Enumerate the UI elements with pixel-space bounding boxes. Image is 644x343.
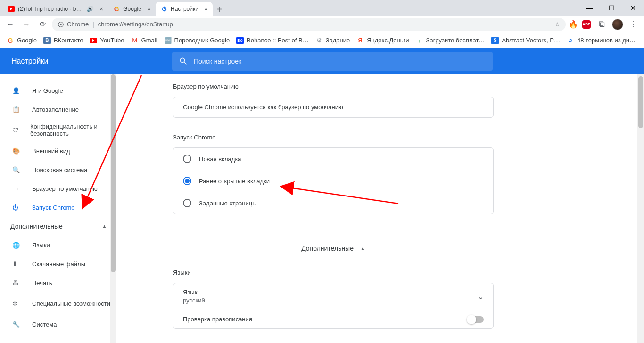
- omnibox-separator: |: [92, 21, 94, 28]
- browser-toolbar: ← → ⟳ Chrome | chrome://settings/onStart…: [0, 16, 644, 33]
- chevron-up-icon: ▲: [360, 245, 365, 251]
- site-icon: a: [567, 37, 574, 44]
- startup-option-specific-pages[interactable]: Заданные страницы: [173, 192, 493, 214]
- bookmark-item[interactable]: BēBehance :: Best of B…: [236, 37, 309, 44]
- sidebar-item-you-and-google[interactable]: 👤Я и Google: [0, 81, 116, 100]
- settings-search[interactable]: [172, 52, 493, 71]
- chevron-up-icon: ▲: [102, 223, 107, 229]
- bookmark-item[interactable]: a48 терминов из ди…: [567, 37, 636, 44]
- accessibility-icon: ✲: [12, 300, 22, 307]
- back-button[interactable]: ←: [4, 18, 17, 31]
- forward-button[interactable]: →: [20, 18, 33, 31]
- new-tab-button[interactable]: +: [213, 3, 226, 16]
- print-icon: 🖶: [12, 279, 22, 286]
- sidebar-item-printing[interactable]: 🖶Печать: [0, 273, 116, 292]
- default-browser-message: Google Chrome используется как браузер п…: [173, 97, 493, 117]
- search-icon: 🔍: [12, 166, 22, 173]
- bookmark-item[interactable]: YouTube: [90, 37, 124, 44]
- settings-content: Браузер по умолчанию Google Chrome испол…: [116, 74, 644, 343]
- gear-icon: ⚙: [315, 37, 323, 44]
- radio-button[interactable]: [183, 199, 191, 207]
- close-window-button[interactable]: ✕: [622, 0, 644, 16]
- settings-header: Настройки: [0, 48, 644, 74]
- startup-option-continue[interactable]: Ранее открытые вкладки: [173, 170, 493, 192]
- wrench-icon: 🔧: [12, 321, 22, 328]
- sidebar-scrollbar[interactable]: [110, 74, 116, 343]
- language-row[interactable]: Язык русский ⌄: [173, 283, 493, 310]
- bookmarks-bar: GGoogle BВКонтакте YouTube MGmail 🔤Перев…: [0, 33, 644, 48]
- sidebar-item-downloads[interactable]: ⬇Скачанные файлы: [0, 254, 116, 273]
- window-controls: — ☐ ✕: [579, 0, 644, 16]
- reading-list-icon[interactable]: ⧉: [595, 18, 608, 31]
- browser-tab-active[interactable]: ⚙ Настройки ×: [156, 2, 213, 16]
- settings-search-input[interactable]: [194, 57, 486, 65]
- bookmark-item[interactable]: 🔤Переводчик Google: [164, 37, 230, 44]
- radio-button-checked[interactable]: [183, 177, 191, 185]
- gmail-icon: M: [131, 37, 139, 44]
- chevron-down-icon: ⌄: [478, 292, 484, 301]
- sidebar-item-appearance[interactable]: 🎨Внешний вид: [0, 141, 116, 160]
- bookmark-item[interactable]: ⚙Задание: [315, 37, 350, 44]
- content-scrollbar[interactable]: [637, 74, 644, 343]
- option-label: Ранее открытые вкладки: [199, 178, 270, 185]
- shield-icon: 🛡: [12, 127, 20, 134]
- tab-close-button[interactable]: ×: [147, 5, 151, 13]
- bookmark-star-icon[interactable]: ☆: [554, 21, 560, 28]
- address-bar[interactable]: Chrome | chrome://settings/onStartup ☆: [52, 18, 566, 31]
- sidebar-item-privacy[interactable]: 🛡Конфиденциальность и безопасность: [0, 119, 116, 141]
- person-icon: 👤: [12, 87, 22, 94]
- tab-title: Настройки: [171, 6, 198, 12]
- spell-check-row[interactable]: Проверка правописания: [173, 310, 493, 328]
- sidebar-item-languages[interactable]: 🌐Языки: [0, 236, 116, 254]
- browser-tab[interactable]: (2) lofi hip hop radio - beats 🔊 ×: [3, 2, 108, 16]
- section-title: Языки: [173, 269, 494, 276]
- bookmark-item[interactable]: ЯЯндекс.Деньги: [356, 37, 409, 44]
- profile-avatar[interactable]: [612, 19, 623, 30]
- sidebar-item-accessibility[interactable]: ✲Специальные возможности: [0, 292, 116, 315]
- bookmark-item[interactable]: BВКонтакте: [43, 37, 83, 44]
- settings-sidebar: 👤Я и Google 📋Автозаполнение 🛡Конфиденциа…: [0, 74, 116, 343]
- sidebar-item-on-startup[interactable]: ⏻Запуск Chrome: [0, 198, 116, 217]
- startup-option-new-tab[interactable]: Новая вкладка: [173, 148, 493, 170]
- extension-icon[interactable]: 🔥: [569, 20, 578, 29]
- sidebar-group-advanced[interactable]: Дополнительные ▲: [0, 217, 116, 236]
- radio-button[interactable]: [183, 155, 191, 163]
- browser-tab-strip: (2) lofi hip hop radio - beats 🔊 × G Goo…: [0, 0, 644, 16]
- section-default-browser: Браузер по умолчанию Google Chrome испол…: [173, 83, 494, 118]
- site-identity: Chrome: [58, 21, 89, 28]
- sidebar-item-search-engine[interactable]: 🔍Поисковая система: [0, 160, 116, 179]
- advanced-toggle[interactable]: Дополнительные ▲: [173, 230, 494, 269]
- chrome-menu-button[interactable]: ⋮: [627, 18, 640, 31]
- tab-close-button[interactable]: ×: [99, 5, 103, 13]
- tab-title: (2) lofi hip hop radio - beats: [18, 6, 84, 12]
- minimize-button[interactable]: —: [579, 0, 601, 16]
- section-title: Браузер по умолчанию: [173, 83, 494, 90]
- globe-icon: 🌐: [12, 242, 22, 249]
- translate-icon: 🔤: [164, 37, 172, 44]
- sidebar-item-autofill[interactable]: 📋Автозаполнение: [0, 100, 116, 119]
- clipboard-icon: 📋: [12, 106, 22, 113]
- toggle-switch-off[interactable]: [468, 316, 484, 323]
- bookmark-item[interactable]: MGmail: [131, 37, 157, 44]
- url-text: chrome://settings/onStartup: [98, 21, 173, 28]
- bookmark-item[interactable]: GGoogle: [7, 37, 37, 44]
- tab-close-button[interactable]: ×: [204, 5, 208, 13]
- adblock-icon[interactable]: ABP: [582, 20, 591, 29]
- bookmark-item[interactable]: ↓Загрузите бесплат…: [416, 37, 485, 44]
- browser-tab[interactable]: G Google ×: [108, 2, 156, 16]
- youtube-icon: [90, 37, 97, 44]
- settings-title: Настройки: [0, 57, 172, 65]
- audio-icon[interactable]: 🔊: [87, 6, 94, 12]
- power-icon: ⏻: [12, 204, 22, 211]
- sidebar-item-system[interactable]: 🔧Система: [0, 315, 116, 334]
- bookmark-item[interactable]: SAbstract Vectors, P…: [491, 37, 560, 44]
- palette-icon: 🎨: [12, 147, 22, 155]
- download-icon: ↓: [416, 37, 423, 44]
- sidebar-item-default-browser[interactable]: ▭Браузер по умолчанию: [0, 179, 116, 198]
- option-label: Новая вкладка: [199, 155, 241, 163]
- reload-button[interactable]: ⟳: [36, 18, 49, 31]
- behance-icon: Bē: [236, 37, 244, 44]
- tab-title: Google: [123, 6, 141, 12]
- browser-icon: ▭: [12, 185, 22, 192]
- maximize-button[interactable]: ☐: [601, 0, 622, 16]
